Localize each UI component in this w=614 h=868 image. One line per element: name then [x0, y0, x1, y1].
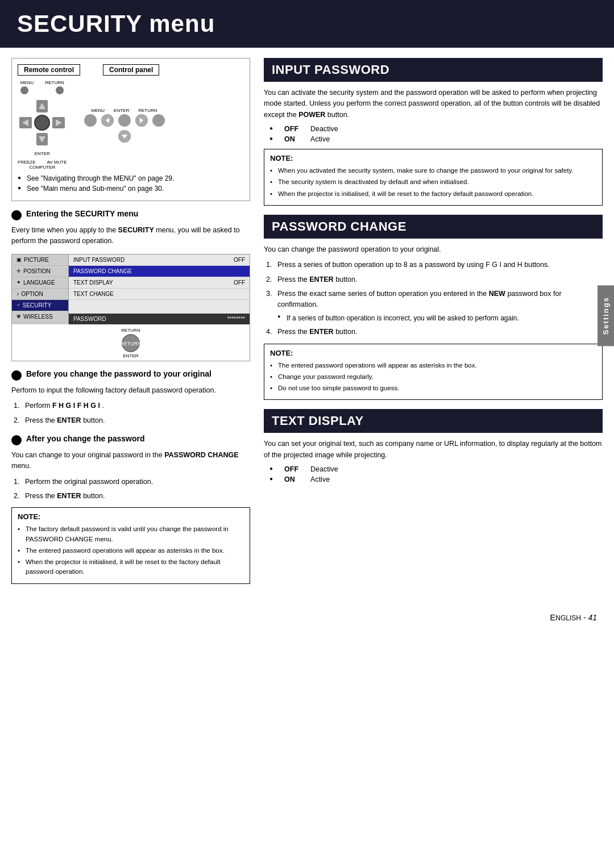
menu-td-value: OFF — [234, 279, 245, 286]
computer-label: COMPUTER — [29, 165, 55, 170]
menu-item-position: ✛POSITION — [12, 266, 68, 277]
menu-ip-value: OFF — [234, 257, 245, 263]
input-password-off: OFF Deactive — [269, 125, 603, 133]
ip-note-3: When the projector is initialised, it wi… — [270, 189, 596, 199]
pc-step3: 3. Press the exact same series of button… — [266, 289, 603, 323]
text-display-on: ON Active — [269, 475, 603, 483]
before-steps: 1. Perform F H G I F H G I . 2. Press th… — [11, 400, 250, 426]
page: SECURITY menu Remote control Control pan… — [0, 0, 614, 868]
left-note-2: The entered password operations will app… — [18, 546, 244, 556]
menu-password-change: PASSWORD CHANGE — [69, 266, 250, 277]
svg-text:RETURN: RETURN — [122, 341, 140, 347]
freeze-avmute: FREEZE AV MUTE — [18, 160, 67, 165]
text-display-body: You can set your original text, such as … — [264, 439, 603, 461]
td-off-value: Deactive — [310, 465, 338, 473]
cp-menu-btn[interactable] — [84, 114, 97, 127]
cp-enter-btn[interactable] — [118, 114, 131, 127]
remote-note-1: See "Navigating through the MENU" on pag… — [18, 174, 244, 182]
dpad-left[interactable] — [19, 117, 32, 128]
settings-tab: Settings — [598, 285, 614, 346]
menu-pc-label: PASSWORD CHANGE — [73, 268, 132, 274]
on-key: ON — [284, 135, 301, 143]
main-content: Remote control Control panel MENU RETURN — [0, 58, 614, 590]
cp-down-btn[interactable] — [118, 130, 131, 143]
after-heading: After you change the password — [11, 434, 250, 445]
return-btn[interactable] — [56, 86, 64, 94]
entering-body: Every time when you apply to the SECURIT… — [11, 225, 250, 247]
pc-note-title: NOTE: — [270, 349, 596, 357]
ip-note-1: When you activated the security system, … — [270, 166, 596, 176]
menu-text-change: TEXT CHANGE — [69, 289, 250, 300]
cp-return-btn[interactable] — [152, 114, 165, 127]
entering-title: Entering the SECURITY menu — [26, 209, 138, 218]
menu-ip-label: INPUT PASSWORD — [73, 257, 125, 263]
dpad-up[interactable] — [36, 100, 48, 112]
cp-right-btn[interactable] — [135, 114, 148, 127]
before-title: Before you change the password to your o… — [26, 369, 211, 378]
right-column: INPUT PASSWORD You can activate the secu… — [264, 58, 603, 590]
ip-note-title: NOTE: — [270, 154, 596, 162]
menu-btn[interactable] — [20, 86, 28, 94]
remote-labels: Remote control Control panel — [18, 64, 244, 76]
menu-screenshot: ▣PICTURE ✛POSITION ✦LANGUAGE ♪OPTION ♂SE… — [11, 254, 250, 361]
text-display-options: OFF Deactive ON Active — [269, 465, 603, 483]
before-icon — [11, 370, 22, 381]
after-body: You can change to your original password… — [11, 450, 250, 472]
text-display-off: OFF Deactive — [269, 465, 603, 473]
input-password-options: OFF Deactive ON Active — [269, 125, 603, 143]
menu-input-password: INPUT PASSWORD OFF — [69, 254, 250, 266]
input-password-on: ON Active — [269, 135, 603, 143]
return-nav-label: RETURN — [121, 328, 140, 333]
cp-left-btn[interactable] — [101, 114, 114, 127]
pc-note-list: The entered password operations will app… — [270, 361, 596, 394]
english-label: ENGLISH — [550, 612, 581, 622]
on-value: Active — [310, 135, 330, 143]
cp-return-label: RETURN — [138, 108, 157, 113]
td-off-key: OFF — [284, 465, 301, 473]
pc-step1: 1. Press a series of button operation up… — [266, 260, 603, 270]
menu-item-picture: ▣PICTURE — [12, 254, 68, 266]
dpad — [19, 100, 65, 145]
return-label: RETURN — [45, 80, 64, 85]
password-change-note: NOTE: The entered password operations wi… — [264, 344, 603, 400]
before-heading: Before you change the password to your o… — [11, 369, 250, 381]
before-step2: 2. Press the ENTER button. — [14, 415, 250, 426]
pc-note-3: Do not use too simple password to guess. — [270, 383, 596, 393]
after-steps: 1. Perform the original password operati… — [11, 477, 250, 502]
dpad-right[interactable] — [52, 117, 65, 128]
input-password-body: You can activate the security system and… — [264, 87, 603, 120]
control-panel-label: Control panel — [103, 64, 159, 76]
pc-note-1: The entered password operations will app… — [270, 361, 596, 370]
menu-text-display: TEXT DISPLAY OFF — [69, 277, 250, 289]
remote-notes: See "Navigating through the MENU" on pag… — [18, 174, 244, 193]
td-on-key: ON — [284, 475, 301, 483]
menu-pw-value: ******** — [227, 316, 245, 322]
menu-right: INPUT PASSWORD OFF PASSWORD CHANGE TEXT … — [69, 254, 250, 324]
input-password-note: NOTE: When you activated the security sy… — [264, 149, 603, 206]
menu-item-wireless: ✾WIRELESS — [12, 311, 68, 323]
enter-nav-label: ENTER — [123, 353, 138, 358]
page-footer: ENGLISH - 41 — [0, 601, 614, 633]
off-key: OFF — [284, 125, 301, 133]
dpad-down[interactable] — [36, 133, 48, 145]
page-number: - 41 — [583, 613, 597, 622]
cp-menu-label: MENU — [92, 108, 105, 113]
left-note-box: NOTE: The factory default password is va… — [11, 507, 250, 583]
entering-icon — [11, 210, 22, 220]
settings-tab-container: Settings — [598, 285, 614, 346]
footer-text: ENGLISH - 41 — [550, 613, 597, 622]
avmute-label: AV MUTE — [47, 160, 67, 165]
menu-item-security: ♂SECURITY — [12, 300, 68, 311]
text-display-header: TEXT DISPLAY — [264, 409, 603, 433]
pc-step3-sub: If a series of button operation is incor… — [277, 313, 603, 324]
after-title: After you change the password — [26, 434, 144, 443]
pc-step4: 4. Press the ENTER button. — [266, 327, 603, 337]
enter-label: ENTER — [35, 151, 50, 156]
nav-circle[interactable]: RETURN — [122, 334, 140, 352]
page-header: SECURITY menu — [0, 0, 614, 48]
control-panel-right: MENU ENTER RETURN — [84, 108, 165, 143]
nav-labels: RETURN — [121, 328, 140, 333]
menu-password-row: PASSWORD ******** — [69, 314, 250, 324]
remote-left: MENU RETURN — [18, 80, 67, 170]
dpad-enter[interactable] — [34, 115, 50, 131]
